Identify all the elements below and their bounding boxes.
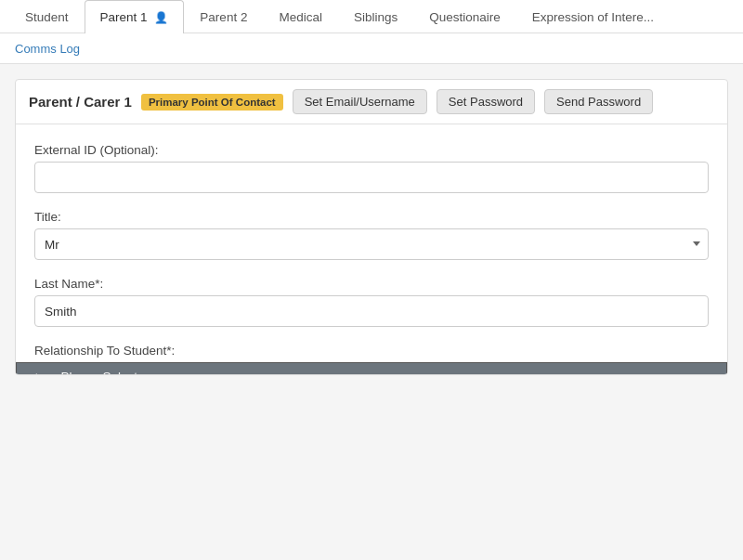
comms-log-link[interactable]: Comms Log [15,42,80,56]
tab-parent2[interactable]: Parent 2 [184,0,263,33]
external-id-group: External ID (Optional): [34,143,709,193]
tab-questionaire[interactable]: Questionaire [413,0,516,33]
title-group: Title: Mr Mrs Ms Miss Dr Prof [34,210,709,260]
main-content: Parent / Carer 1 Primary Point Of Contac… [0,64,743,390]
card-body: External ID (Optional): Title: Mr Mrs Ms… [16,124,727,358]
tab-siblings[interactable]: Siblings [338,0,413,33]
checkmark-icon: ✓ [30,371,43,376]
last-name-group: Last Name*: [34,277,709,327]
tab-parent1-icon: 👤 [154,11,168,24]
external-id-label: External ID (Optional): [34,143,709,157]
dropdown-item-label: ---Please Select--- [48,370,150,375]
tab-student[interactable]: Student [9,0,85,33]
external-id-input[interactable] [34,162,709,193]
title-select[interactable]: Mr Mrs Ms Miss Dr Prof [34,228,709,260]
tab-parent1[interactable]: Parent 1 👤 [85,0,185,33]
last-name-input[interactable] [34,295,709,327]
primary-contact-badge: Primary Point Of Contact [141,94,283,111]
title-label: Title: [34,210,709,224]
tab-parent1-label: Parent 1 [100,10,148,24]
relationship-group: Relationship To Student*: ✓ ---Please Se… [34,344,709,358]
top-tab-bar: Student Parent 1 👤 Parent 2 Medical Sibl… [0,0,743,33]
tab-expression[interactable]: Expression of Intere... [516,0,670,33]
set-password-button[interactable]: Set Password [437,89,535,114]
parent-carer-card: Parent / Carer 1 Primary Point Of Contac… [15,79,728,375]
tab-medical[interactable]: Medical [263,0,338,33]
set-email-button[interactable]: Set Email/Username [293,89,427,114]
sub-navigation: Comms Log [0,33,743,64]
send-password-button[interactable]: Send Password [544,89,653,114]
relationship-dropdown-list: ✓ ---Please Select--- Mother Father [16,362,727,375]
last-name-label: Last Name*: [34,277,709,291]
card-title: Parent / Carer 1 [29,94,132,110]
card-header: Parent / Carer 1 Primary Point Of Contac… [16,80,727,124]
relationship-label: Relationship To Student*: [34,344,709,358]
dropdown-item-please-select[interactable]: ✓ ---Please Select--- [17,363,726,375]
